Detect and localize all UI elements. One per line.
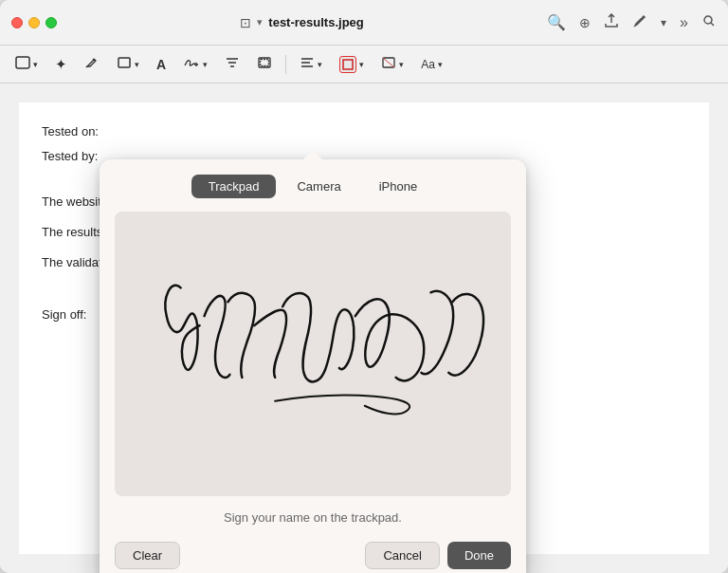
shapes-dropdown: ▾ bbox=[135, 60, 139, 69]
signature-popup: Trackpad Camera iPhone bbox=[100, 159, 526, 573]
main-window: ⊡ ▾ test-results.jpeg 🔍 ⊕ ▾ » bbox=[0, 0, 728, 573]
titlebar-center: ⊡ ▾ test-results.jpeg bbox=[64, 15, 539, 30]
dropdown-arrow: ▾ bbox=[257, 16, 263, 28]
font-icon: Aa bbox=[421, 58, 435, 71]
filters-tool[interactable] bbox=[219, 53, 246, 75]
separator1 bbox=[285, 55, 286, 74]
share-icon[interactable] bbox=[604, 13, 619, 31]
lasso-tool[interactable]: ✦ bbox=[49, 53, 73, 76]
shapes-icon bbox=[117, 56, 132, 72]
crop-tool[interactable] bbox=[251, 53, 278, 75]
color-dropdown: ▾ bbox=[399, 60, 404, 69]
signature-canvas[interactable] bbox=[115, 212, 511, 496]
search2-icon[interactable] bbox=[701, 13, 717, 32]
popup-tabs: Trackpad Camera iPhone bbox=[115, 175, 511, 198]
svg-point-0 bbox=[704, 16, 712, 24]
tab-iphone[interactable]: iPhone bbox=[362, 175, 434, 198]
tested-on-line: Tested on: bbox=[42, 121, 686, 142]
sign-dropdown: ▾ bbox=[203, 60, 208, 69]
minimize-button[interactable] bbox=[28, 17, 40, 28]
border-tool[interactable]: ▾ bbox=[334, 53, 370, 76]
zoom-icon[interactable]: ⊕ bbox=[579, 15, 591, 30]
window-title: test-results.jpeg bbox=[268, 15, 363, 29]
pen-tool[interactable] bbox=[79, 52, 105, 76]
crop-icon bbox=[257, 56, 272, 72]
sidebar-toggle-icon[interactable]: ⊡ bbox=[240, 15, 251, 30]
right-buttons: Cancel Done bbox=[365, 542, 511, 569]
popup-buttons: Clear Cancel Done bbox=[115, 542, 511, 569]
selection-dropdown: ▾ bbox=[33, 60, 38, 69]
font-tool[interactable]: Aa ▾ bbox=[415, 55, 448, 74]
tab-camera[interactable]: Camera bbox=[280, 175, 357, 198]
close-button[interactable] bbox=[11, 17, 23, 28]
text-icon: A bbox=[156, 57, 166, 72]
filters-icon bbox=[225, 56, 240, 72]
search-icon[interactable]: 🔍 bbox=[547, 13, 566, 31]
cancel-button[interactable]: Cancel bbox=[365, 542, 439, 569]
tab-trackpad[interactable]: Trackpad bbox=[191, 175, 277, 198]
sign-icon bbox=[183, 56, 200, 72]
shapes-tool[interactable]: ▾ bbox=[111, 53, 145, 75]
doc-content: Tested on: Tested by: The website 9, Fir… bbox=[19, 102, 709, 554]
titlebar-icons: 🔍 ⊕ ▾ » bbox=[547, 13, 717, 32]
font-dropdown: ▾ bbox=[438, 60, 443, 69]
align-dropdown: ▾ bbox=[318, 60, 322, 69]
traffic-lights bbox=[11, 17, 57, 28]
text-tool[interactable]: A bbox=[151, 54, 172, 75]
tested-on-label: Tested on: bbox=[42, 121, 127, 142]
border-icon bbox=[339, 56, 356, 73]
toolbar: ▾ ✦ ▾ A bbox=[0, 46, 728, 83]
align-tool[interactable]: ▾ bbox=[294, 53, 328, 75]
svg-rect-1 bbox=[16, 57, 29, 68]
selection-tool[interactable]: ▾ bbox=[9, 53, 44, 75]
lasso-icon: ✦ bbox=[55, 56, 67, 73]
signature-drawing bbox=[115, 212, 511, 496]
color-tool[interactable]: ▾ bbox=[375, 53, 410, 75]
align-icon bbox=[300, 56, 315, 72]
svg-rect-2 bbox=[118, 58, 130, 67]
dropdown-arrow2: ▾ bbox=[661, 16, 666, 29]
doc-area: Tested on: Tested by: The website 9, Fir… bbox=[0, 83, 728, 573]
selection-icon bbox=[15, 56, 30, 72]
svg-rect-4 bbox=[261, 60, 269, 66]
svg-rect-5 bbox=[343, 60, 353, 69]
maximize-button[interactable] bbox=[46, 17, 57, 28]
sign-tool[interactable]: ▾ bbox=[177, 53, 213, 75]
svg-line-7 bbox=[383, 58, 394, 67]
clear-button[interactable]: Clear bbox=[115, 542, 180, 569]
signature-hint: Sign your name on the trackpad. bbox=[115, 508, 511, 528]
pen-icon bbox=[84, 55, 100, 73]
titlebar: ⊡ ▾ test-results.jpeg 🔍 ⊕ ▾ » bbox=[0, 0, 728, 46]
border-dropdown: ▾ bbox=[359, 60, 364, 69]
more-icon[interactable]: » bbox=[680, 14, 688, 31]
markup-icon[interactable] bbox=[632, 13, 647, 31]
color-icon bbox=[381, 56, 396, 72]
done-button[interactable]: Done bbox=[447, 542, 511, 569]
